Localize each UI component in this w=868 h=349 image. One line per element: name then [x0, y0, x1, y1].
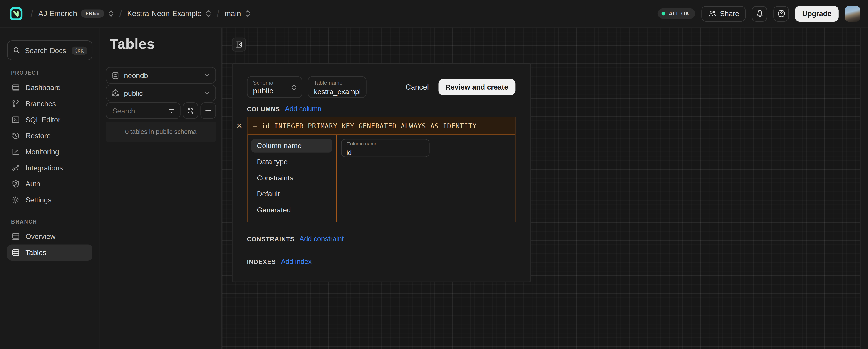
- sidebar-item-dashboard[interactable]: Dashboard: [7, 80, 92, 96]
- column-sql-row[interactable]: + id INTEGER PRIMARY KEY GENERATED ALWAY…: [248, 117, 515, 135]
- chevron-down-icon: [204, 72, 210, 78]
- notifications-button[interactable]: [752, 6, 767, 21]
- column-editor: + id INTEGER PRIMARY KEY GENERATED ALWAY…: [247, 117, 515, 222]
- table-search-input[interactable]: [111, 106, 168, 115]
- neon-logo-icon[interactable]: [9, 6, 25, 21]
- table-name-label: Table name: [314, 80, 361, 86]
- search-docs-button[interactable]: Search Docs ⌘K: [7, 40, 92, 60]
- integrations-icon: [11, 164, 20, 172]
- sidebar-item-overview[interactable]: Overview: [7, 229, 92, 245]
- overview-icon: [11, 232, 20, 241]
- sidebar-item-settings[interactable]: Settings: [7, 192, 92, 208]
- tables-panel-header: Tables: [100, 28, 221, 62]
- tab-constraints[interactable]: Constraints: [251, 171, 332, 185]
- search-docs-label: Search Docs: [25, 46, 66, 55]
- plan-badge: FREE: [81, 9, 104, 18]
- chevron-updown-icon: [108, 10, 114, 17]
- add-index-link[interactable]: Add index: [281, 258, 312, 266]
- dashboard-icon: [11, 83, 20, 92]
- sidebar-item-tables[interactable]: Tables: [7, 244, 92, 260]
- breadcrumb-separator: /: [119, 7, 122, 20]
- table-search-field[interactable]: [106, 102, 181, 119]
- table-name-input[interactable]: [314, 87, 361, 96]
- status-text: ALL OK: [669, 10, 689, 16]
- table-name-field[interactable]: Table name: [308, 76, 366, 98]
- schema-field-label: Schema: [253, 80, 296, 86]
- branch-switcher[interactable]: main: [225, 9, 251, 18]
- help-button[interactable]: [774, 6, 789, 21]
- plus-icon: [204, 107, 212, 114]
- org-switcher[interactable]: AJ Emerich FREE: [38, 9, 114, 18]
- tab-generated[interactable]: Generated: [251, 203, 332, 217]
- project-switcher[interactable]: Kestra-Neon-Example: [127, 9, 212, 18]
- project-name: Kestra-Neon-Example: [127, 9, 202, 18]
- schema-field[interactable]: Schema public: [247, 76, 302, 98]
- sidebar-item-branches[interactable]: Branches: [7, 96, 92, 112]
- avatar[interactable]: [845, 6, 860, 21]
- empty-state-text: 0 tables in public schema: [125, 129, 197, 135]
- upgrade-button[interactable]: Upgrade: [795, 6, 839, 21]
- schema-icon: [111, 89, 120, 97]
- status-badge[interactable]: ALL OK: [658, 8, 695, 19]
- columns-heading: COLUMNS: [247, 106, 280, 112]
- database-name: neondb: [124, 71, 148, 79]
- schema-field-value: public: [253, 86, 296, 96]
- chevron-updown-icon: [206, 10, 212, 17]
- tables-panel: Tables neondb: [100, 28, 222, 349]
- bell-icon: [755, 9, 764, 18]
- panel-collapse-icon: [235, 40, 243, 49]
- question-circle-icon: [777, 9, 785, 18]
- create-table-panel: Schema public Table name Cancel: [232, 63, 531, 282]
- column-name-input[interactable]: [347, 149, 424, 157]
- sidebar: Search Docs ⌘K PROJECT Dashboard: [0, 28, 100, 349]
- column-name-field-label: Column name: [347, 141, 424, 147]
- cancel-button[interactable]: Cancel: [406, 83, 429, 92]
- auth-shield-icon: [11, 180, 20, 188]
- share-label: Share: [720, 9, 739, 18]
- add-constraint-link[interactable]: Add constraint: [300, 235, 344, 243]
- indexes-heading: INDEXES: [247, 258, 276, 265]
- people-icon: [708, 9, 716, 18]
- chevron-updown-icon: [291, 83, 297, 91]
- org-name: AJ Emerich: [38, 9, 77, 18]
- app-window: / AJ Emerich FREE / Kestra-Neon-Example …: [0, 0, 868, 349]
- sql-editor-icon: [11, 115, 20, 124]
- refresh-button[interactable]: [183, 102, 198, 119]
- empty-state: 0 tables in public schema: [106, 121, 216, 142]
- monitoring-icon: [11, 148, 20, 156]
- remove-column-button[interactable]: ✕: [237, 122, 243, 130]
- table-editor-canvas: Schema public Table name Cancel: [222, 28, 868, 349]
- branch-name: main: [225, 9, 241, 18]
- add-column-link[interactable]: Add column: [285, 105, 321, 113]
- column-sql-text: + id INTEGER PRIMARY KEY GENERATED ALWAY…: [253, 122, 477, 130]
- schema-name: public: [124, 89, 143, 97]
- sidebar-item-restore[interactable]: Restore: [7, 128, 92, 144]
- tab-default[interactable]: Default: [251, 187, 332, 201]
- filter-icon[interactable]: [168, 107, 175, 114]
- restore-icon: [11, 132, 20, 140]
- tab-data-type[interactable]: Data type: [251, 155, 332, 169]
- tab-column-name[interactable]: Column name: [251, 139, 332, 153]
- section-label-project: PROJECT: [11, 70, 92, 76]
- column-name-field[interactable]: Column name: [341, 139, 430, 157]
- branches-icon: [11, 100, 20, 108]
- share-button[interactable]: Share: [701, 6, 746, 21]
- database-select[interactable]: neondb: [106, 67, 216, 83]
- review-and-create-button[interactable]: Review and create: [438, 79, 515, 95]
- chevron-down-icon: [204, 90, 210, 96]
- sidebar-item-integrations[interactable]: Integrations: [7, 160, 92, 176]
- schema-select[interactable]: public: [106, 84, 216, 101]
- add-table-button[interactable]: [200, 102, 216, 119]
- database-icon: [111, 71, 120, 79]
- constraints-heading: CONSTRAINTS: [247, 236, 294, 242]
- column-editor-tabs: Column name Data type Constraints Defaul…: [248, 135, 337, 222]
- shortcut-badge: ⌘K: [72, 46, 87, 55]
- sidebar-item-auth[interactable]: Auth: [7, 176, 92, 192]
- page-title: Tables: [110, 35, 212, 53]
- sidebar-item-sql-editor[interactable]: SQL Editor: [7, 112, 92, 128]
- sidebar-item-monitoring[interactable]: Monitoring: [7, 144, 92, 160]
- status-ok-dot: [661, 11, 665, 15]
- collapse-panel-button[interactable]: [232, 38, 246, 51]
- refresh-icon: [186, 107, 194, 114]
- breadcrumb-separator: /: [217, 7, 220, 20]
